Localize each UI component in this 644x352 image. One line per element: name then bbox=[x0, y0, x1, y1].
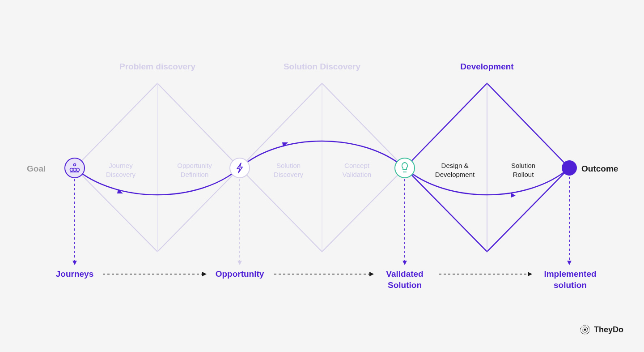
node-opportunity bbox=[230, 158, 250, 178]
svg-marker-15 bbox=[528, 272, 532, 276]
curve-arrow-3 bbox=[511, 193, 516, 197]
svg-point-18 bbox=[584, 329, 586, 331]
output-validated-solution: Validated Solution bbox=[376, 269, 434, 291]
svg-marker-9 bbox=[72, 261, 77, 265]
brand-text: TheyDo bbox=[594, 325, 623, 335]
node-outcome bbox=[562, 160, 577, 176]
phase-problem-discovery: Problem discovery bbox=[116, 61, 199, 73]
inner-opportunity-definition: Opportunity Definition bbox=[165, 161, 224, 179]
svg-marker-13 bbox=[202, 272, 207, 276]
output-implemented-solution: Implemented solution bbox=[537, 269, 604, 291]
svg-marker-14 bbox=[369, 272, 374, 276]
phase-solution-discovery: Solution Discovery bbox=[281, 61, 363, 73]
inner-design-development: Design & Development bbox=[426, 161, 484, 179]
phase-development: Development bbox=[446, 61, 528, 73]
inner-journey-discovery: Journey Discovery bbox=[96, 161, 145, 179]
label-goal: Goal bbox=[27, 163, 63, 175]
inner-concept-validation: Concept Validation bbox=[330, 161, 384, 179]
brand-logo: TheyDo bbox=[580, 324, 623, 335]
svg-marker-11 bbox=[402, 261, 407, 265]
output-opportunity: Opportunity bbox=[210, 269, 269, 280]
svg-marker-12 bbox=[567, 261, 572, 265]
label-outcome: Outcome bbox=[581, 163, 635, 175]
inner-solution-discovery: Solution Discovery bbox=[264, 161, 313, 179]
output-journeys: Journeys bbox=[49, 269, 100, 280]
node-validated-solution bbox=[395, 158, 415, 178]
svg-marker-10 bbox=[237, 261, 242, 265]
brand-icon bbox=[580, 324, 590, 335]
inner-solution-rollout: Solution Rollout bbox=[496, 161, 550, 179]
